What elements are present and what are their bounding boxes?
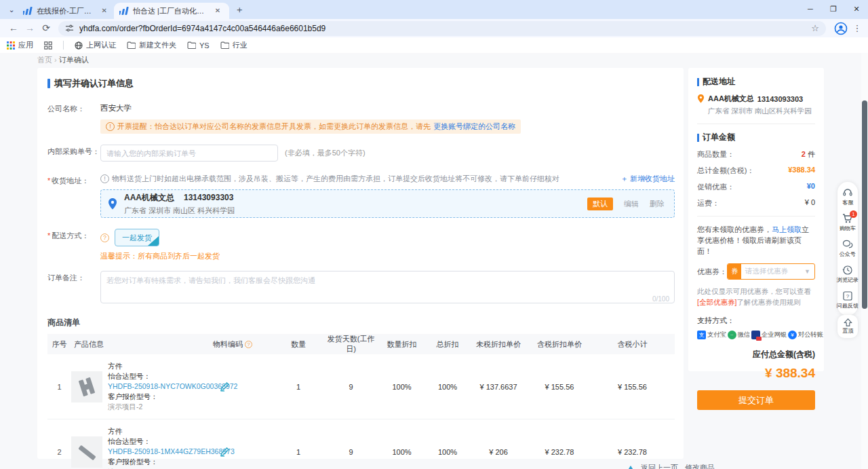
col-header: 含税折扣单价: [529, 339, 590, 350]
order-form-card: 填写并确认订单信息 公司名称： 西安大学 ! 开票提醒：怡合达以订单对应公司名称…: [37, 68, 684, 459]
address-card[interactable]: AAA机械文总13143093303 广东省 深圳市 南山区 科兴科学园 默认 …: [100, 189, 675, 218]
bookmark-folder[interactable]: YS: [187, 41, 210, 50]
history-item[interactable]: 浏览记录: [837, 265, 858, 284]
days-cell: 9: [326, 383, 376, 391]
days-cell: 9: [326, 448, 376, 456]
bookmark-item[interactable]: 上网认证: [75, 40, 116, 50]
total-discount-cell: 100%: [427, 448, 468, 456]
product-model-link[interactable]: YHDFB-250918-1MX44GZ79EH368973: [108, 447, 210, 457]
edit-material-code-icon[interactable]: [220, 447, 229, 457]
close-button[interactable]: ✕: [845, 0, 868, 19]
add-address-link[interactable]: ＋ 新增收货地址: [620, 174, 675, 184]
product-thumbnail[interactable]: [71, 371, 102, 402]
claim-coupon-link[interactable]: 马上领取: [772, 225, 802, 233]
change-company-link[interactable]: 更换账号绑定的公司名称: [433, 121, 515, 132]
tab-close-icon[interactable]: ✕: [102, 6, 107, 16]
address-bar[interactable]: yhdfa.com/order?fbOrderId=6974a4147c4c00…: [58, 21, 826, 36]
reading-list-icon[interactable]: [44, 41, 52, 50]
coupon-select[interactable]: 券 请选择优惠券 ▼: [727, 263, 815, 280]
window-controls: ─ ❐ ✕: [799, 0, 868, 19]
edit-material-code-icon[interactable]: [220, 382, 229, 392]
browser-tab-inactive[interactable]: 在线报价-工厂自动化零部件一— ✕: [18, 3, 113, 19]
cart-item[interactable]: 1 购物车: [837, 213, 858, 233]
back-icon[interactable]: ←: [5, 20, 22, 37]
product-thumbnail[interactable]: [71, 436, 102, 468]
bookmark-folder[interactable]: 新建文件夹: [127, 40, 176, 50]
po-row: 内部采购单号： (非必填，最多50个字符): [47, 145, 675, 162]
location-pin-icon: [697, 94, 705, 103]
address-name: AAA机械文总: [124, 193, 174, 202]
coupon-badge-icon: 券: [728, 263, 741, 280]
freight-row: 运费： ¥ 0: [697, 198, 815, 208]
official-account-item[interactable]: 公众号: [837, 239, 858, 259]
tab-search-icon[interactable]: ⌄: [5, 4, 18, 16]
back-to-top[interactable]: 置顶: [837, 315, 858, 338]
invoice-notice: ! 开票提醒：怡合达以订单对应公司名称的发票信息开具发票，如需更换此订单的发票信…: [100, 119, 521, 134]
quote-label: 客户报价型号：: [108, 457, 210, 467]
bookmark-label: 行业: [233, 40, 248, 50]
modify-link[interactable]: 修改商品: [685, 463, 715, 469]
payable-label: 应付总金额(含税): [697, 349, 815, 360]
quote-label: 客户报价型号：: [108, 392, 210, 402]
transfer-icon: ¥: [788, 331, 797, 339]
customer-service-item[interactable]: 客服: [837, 187, 858, 207]
forward-icon[interactable]: →: [22, 20, 38, 37]
summary-address-phone: 13143093303: [757, 95, 803, 103]
ship-address-section-title: 配送地址: [697, 76, 815, 88]
coupon-label: 优惠券：: [697, 267, 727, 277]
folder-icon: [220, 41, 229, 49]
url-text[interactable]: yhdfa.com/order?fbOrderId=6974a4147c4c00…: [79, 24, 811, 33]
order-remark-textarea[interactable]: [100, 271, 675, 303]
apps-shortcut[interactable]: 应用: [7, 40, 33, 50]
browser-tab-active[interactable]: 怡合达 |工厂自动化零部件一站— ✕: [114, 3, 229, 19]
breadcrumb-home[interactable]: 首页: [37, 56, 52, 64]
tab-title: 怡合达 |工厂自动化零部件一站—: [133, 6, 209, 16]
help-icon[interactable]: ?: [100, 233, 109, 242]
bookmark-star-icon[interactable]: ☆: [811, 23, 819, 33]
collapse-arrow-icon: [627, 466, 634, 469]
browser-menu-icon[interactable]: ⋮: [852, 23, 863, 33]
edit-address-button[interactable]: 编辑: [624, 199, 639, 209]
page-scrollbar[interactable]: [861, 53, 868, 469]
help-icon[interactable]: ?: [245, 341, 252, 348]
all-coupons-link[interactable]: [全部优惠券]: [697, 298, 736, 306]
browser-tab-strip: ⌄ 在线报价-工厂自动化零部件一— ✕ 怡合达 |工厂自动化零部件一站— ✕ ＋…: [0, 0, 868, 19]
site-settings-icon[interactable]: [65, 24, 74, 33]
product-name: 方件: [108, 361, 210, 371]
col-header: 数量: [271, 339, 326, 350]
profile-avatar[interactable]: [834, 22, 848, 35]
back-to-top-label: 置顶: [842, 327, 853, 335]
delete-address-button[interactable]: 删除: [650, 199, 665, 209]
scrollbar-thumb[interactable]: [862, 100, 867, 309]
pay-transfer: ¥对公转账: [788, 331, 823, 339]
coupon-notice: 您有未领取的优惠券，马上领取立享优惠价格！领取后请刷新该页面！: [697, 224, 815, 257]
coupon-row: 优惠券： 券 请选择优惠券 ▼: [697, 263, 815, 280]
product-model-link[interactable]: YHDFB-250918-NYC7OWK0G00368972: [108, 381, 210, 392]
qty-cell: 1: [271, 383, 326, 391]
chevron-down-icon: ▼: [800, 268, 814, 275]
back-link[interactable]: 返回上一页: [641, 463, 678, 469]
bank-card-icon: [751, 331, 760, 339]
refresh-icon[interactable]: ⟳: [38, 20, 54, 37]
feedback-item[interactable]: ? 问题反馈: [837, 290, 858, 310]
new-tab-button[interactable]: ＋: [233, 4, 245, 16]
po-input[interactable]: [100, 145, 278, 162]
bookmark-label: 新建文件夹: [139, 40, 176, 50]
section-bar: [697, 134, 699, 142]
breadcrumb-separator: ›: [54, 56, 57, 64]
tab-title: 在线报价-工厂自动化零部件一—: [37, 6, 98, 16]
restore-button[interactable]: ❐: [822, 0, 845, 19]
minimize-button[interactable]: ─: [799, 0, 822, 19]
default-badge: 默认: [587, 198, 613, 210]
submit-order-button[interactable]: 提交订单: [697, 390, 815, 410]
folder-icon: [127, 41, 136, 49]
qty-row: 商品数量： 2 件: [697, 149, 815, 160]
po-hint: (非必填，最多50个字符): [285, 148, 366, 158]
bookmark-folder[interactable]: 行业: [220, 40, 248, 50]
order-confirm-page: 首页 › 订单确认 填写并确认订单信息 公司名称： 西安大学 ! 开票提醒：怡合…: [0, 53, 868, 469]
qty-discount-cell: 100%: [376, 383, 427, 391]
tab-close-icon[interactable]: ✕: [213, 6, 222, 16]
ship-together-option[interactable]: 一起发货 ✓: [115, 229, 159, 246]
quote-model: 演示项目-2: [108, 402, 210, 412]
total-discount-cell: 100%: [427, 383, 468, 391]
